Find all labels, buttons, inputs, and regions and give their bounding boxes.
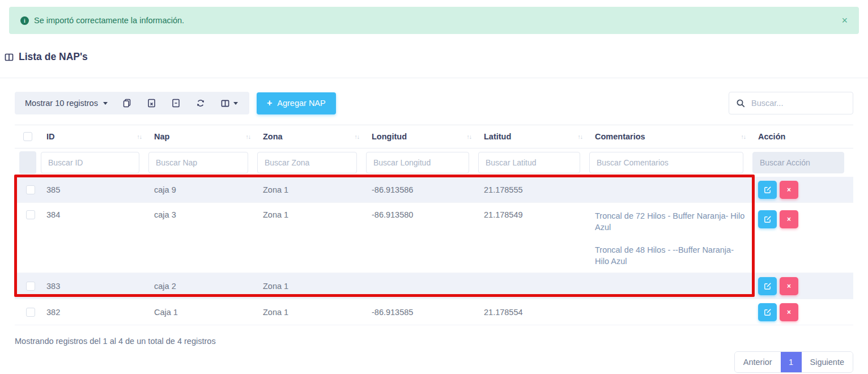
cell-id: 384 xyxy=(41,203,148,273)
row-checkbox[interactable] xyxy=(26,210,35,219)
delete-x-icon: × xyxy=(787,186,791,194)
edit-button[interactable] xyxy=(758,277,777,295)
refresh-button[interactable] xyxy=(188,92,213,114)
cell-nap: Caja 1 xyxy=(148,299,257,325)
cell-nap: caja 3 xyxy=(148,203,257,273)
cell-longitud: -86.913585 xyxy=(366,299,478,325)
row-checkbox[interactable] xyxy=(26,308,35,317)
edit-pencil-icon xyxy=(764,215,772,223)
delete-x-icon: × xyxy=(787,215,791,223)
page: i Se importó correctamente la informació… xyxy=(0,0,868,374)
export-excel-button[interactable] xyxy=(139,92,164,114)
column-header-nap[interactable]: Nap ↑↓ xyxy=(148,132,257,141)
delete-button[interactable]: × xyxy=(780,181,798,199)
copy-icon xyxy=(122,99,131,108)
copy-button[interactable] xyxy=(114,92,139,114)
add-nap-button[interactable]: + Agregar NAP xyxy=(257,92,336,114)
table-toolbar: Mostrar 10 registros xyxy=(15,92,853,114)
delete-button[interactable]: × xyxy=(780,277,798,295)
table-card: Mostrar 10 registros xyxy=(0,78,868,373)
column-header-id[interactable]: ID ↑↓ xyxy=(41,132,148,141)
edit-button[interactable] xyxy=(758,303,777,321)
column-header-longitud[interactable]: Longitud ↑↓ xyxy=(366,132,478,141)
pagination-next-button[interactable]: Siguiente xyxy=(802,352,853,372)
info-icon: i xyxy=(20,16,29,25)
cell-latitud xyxy=(478,273,589,299)
delete-x-icon: × xyxy=(787,282,791,290)
column-header-latitud[interactable]: Latitud ↑↓ xyxy=(478,132,589,141)
caret-down-icon xyxy=(233,102,238,105)
column-header-zona[interactable]: Zona ↑↓ xyxy=(257,132,366,141)
table-row: 384 caja 3 Zona 1 -86.913580 21.178549 T… xyxy=(15,203,853,273)
export-file-button[interactable] xyxy=(164,92,188,114)
comment-text: Troncal de 72 Hilos - Buffer Naranja- Hi… xyxy=(595,210,752,233)
page-title-row: Lista de NAP's xyxy=(5,51,868,63)
comment-text: Troncal de 48 Hilos - --Buffer Naranja- … xyxy=(595,244,752,267)
table-row: 383 caja 2 Zona 1 × xyxy=(15,273,853,299)
cell-comentarios xyxy=(589,299,752,325)
file-excel-icon xyxy=(147,99,156,108)
table-row: 385 caja 9 Zona 1 -86.913586 21.178555 × xyxy=(15,177,853,203)
cell-longitud: -86.913586 xyxy=(366,177,478,202)
cell-id: 385 xyxy=(41,177,148,202)
delete-button[interactable]: × xyxy=(780,303,798,321)
column-visibility-dropdown[interactable] xyxy=(213,92,246,114)
filter-input-latitud[interactable] xyxy=(478,152,580,173)
edit-pencil-icon xyxy=(764,308,772,316)
column-label: Zona xyxy=(263,132,283,141)
show-records-label: Mostrar 10 registros xyxy=(25,99,98,108)
row-checkbox[interactable] xyxy=(26,185,35,194)
pagination-row: Anterior 1 Siguiente xyxy=(15,351,853,373)
table-row: 382 Caja 1 Zona 1 -86.913585 21.178554 × xyxy=(15,299,853,325)
plus-icon: + xyxy=(267,99,272,108)
table-header-row: ID ↑↓ Nap ↑↓ Zona ↑↓ Longitud ↑↓ Latitud xyxy=(15,125,853,148)
records-summary: Mostrando registros del 1 al 4 de un tot… xyxy=(15,337,853,346)
filter-input-comentarios[interactable] xyxy=(589,152,743,173)
filter-input-nap[interactable] xyxy=(148,152,248,173)
cell-latitud: 21.178555 xyxy=(478,177,589,202)
pagination-page-1-button[interactable]: 1 xyxy=(781,352,802,372)
cell-longitud: -86.913580 xyxy=(366,203,478,273)
cell-id: 382 xyxy=(41,299,148,325)
sort-icon[interactable]: ↑↓ xyxy=(578,133,583,140)
delete-button[interactable]: × xyxy=(780,210,798,228)
filter-input-id[interactable] xyxy=(41,152,139,173)
filter-input-longitud[interactable] xyxy=(366,152,469,173)
column-label: Comentarios xyxy=(595,132,645,141)
cell-nap: caja 2 xyxy=(148,273,257,299)
cell-id: 383 xyxy=(41,273,148,299)
alert-close-button[interactable]: × xyxy=(841,15,848,26)
pagination: Anterior 1 Siguiente xyxy=(734,351,853,373)
cell-actions: × xyxy=(752,177,853,202)
edit-button[interactable] xyxy=(758,181,777,199)
sort-icon[interactable]: ↑↓ xyxy=(246,133,251,140)
cell-zona: Zona 1 xyxy=(257,203,366,273)
cell-actions: × xyxy=(752,203,853,273)
select-all-checkbox[interactable] xyxy=(23,132,32,141)
filter-checkbox-placeholder xyxy=(19,151,36,174)
cell-zona: Zona 1 xyxy=(257,273,366,299)
sort-icon[interactable]: ↑↓ xyxy=(467,133,472,140)
row-checkbox[interactable] xyxy=(26,282,35,291)
filter-input-zona[interactable] xyxy=(257,152,357,173)
global-search-input[interactable] xyxy=(751,99,846,108)
cell-longitud xyxy=(366,273,478,299)
show-records-dropdown[interactable]: Mostrar 10 registros xyxy=(18,92,114,114)
sort-icon[interactable]: ↑↓ xyxy=(355,133,360,140)
pagination-previous-button[interactable]: Anterior xyxy=(735,352,781,372)
cell-actions: × xyxy=(752,299,853,325)
column-label: ID xyxy=(46,132,55,141)
column-header-comentarios[interactable]: Comentarios ↑↓ xyxy=(589,132,752,141)
search-icon xyxy=(736,99,746,108)
nap-table: ID ↑↓ Nap ↑↓ Zona ↑↓ Longitud ↑↓ Latitud xyxy=(15,125,853,325)
cell-latitud: 21.178554 xyxy=(478,299,589,325)
table-filter-row xyxy=(15,148,853,177)
alert-message: Se importó correctamente la información. xyxy=(34,16,184,25)
table-columns-icon xyxy=(5,53,14,62)
cell-comentarios xyxy=(589,273,752,299)
cell-zona: Zona 1 xyxy=(257,299,366,325)
edit-button[interactable] xyxy=(758,210,777,228)
sort-icon[interactable]: ↑↓ xyxy=(741,133,746,140)
column-label: Nap xyxy=(154,132,169,141)
sort-icon[interactable]: ↑↓ xyxy=(137,133,142,140)
